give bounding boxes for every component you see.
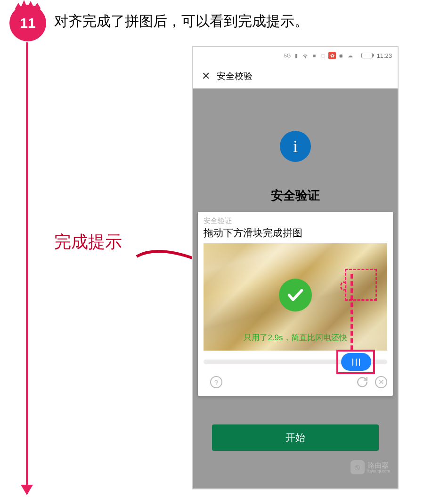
status-bar: 5G ▮ ■ □ ✿ ◉ ☁ 11:23 bbox=[193, 47, 398, 64]
slider-handle[interactable] bbox=[341, 353, 371, 371]
watermark-icon: ⎋ bbox=[351, 460, 365, 474]
puzzle-slot-highlight bbox=[345, 269, 377, 301]
captcha-toolbar: ? ✕ bbox=[204, 375, 387, 389]
sound-icon: ◉ bbox=[337, 52, 345, 59]
step-number: 11 bbox=[20, 15, 35, 31]
watermark-subtitle: luyouqi.com bbox=[367, 469, 390, 473]
close-icon[interactable]: ✕ bbox=[202, 70, 210, 82]
dashed-connector bbox=[351, 274, 353, 350]
captcha-small-label: 安全验证 bbox=[204, 216, 387, 225]
signal-icon: ▮ bbox=[293, 52, 300, 59]
slider-row bbox=[204, 353, 387, 370]
success-message: 只用了2.9s，简直比闪电还快 bbox=[204, 332, 387, 343]
network-5g-icon: 5G bbox=[284, 52, 291, 59]
page-header: ✕ 安全校验 bbox=[193, 64, 398, 88]
close-captcha-icon[interactable]: ✕ bbox=[375, 376, 387, 388]
help-icon[interactable]: ? bbox=[210, 376, 222, 388]
captcha-card: 安全验证 拖动下方滑块完成拼图 只用了2.9s，简直比闪电还快 bbox=[198, 212, 393, 396]
info-icon: i bbox=[280, 131, 311, 162]
page-title: 安全校验 bbox=[217, 70, 253, 82]
cloud-icon: ☁ bbox=[346, 52, 354, 59]
start-button[interactable]: 开始 bbox=[212, 424, 379, 451]
security-heading: 安全验证 bbox=[193, 187, 398, 204]
refresh-icon[interactable] bbox=[356, 376, 368, 388]
wifi-icon bbox=[302, 52, 309, 59]
captcha-instruction: 拖动下方滑块完成拼图 bbox=[204, 226, 387, 240]
step-description: 对齐完成了拼图后，可以看到完成提示。 bbox=[54, 12, 309, 31]
watermark-title: 路由器 bbox=[367, 462, 390, 469]
annotation-label: 完成提示 bbox=[54, 231, 122, 254]
svg-point-1 bbox=[305, 57, 305, 58]
page-content: i 安全验证 安全验证 拖动下方滑块完成拼图 只用了2.9s，简直比闪电还快 bbox=[193, 88, 398, 488]
battery-icon bbox=[361, 53, 373, 58]
watermark: ⎋ 路由器 luyouqi.com bbox=[351, 460, 390, 474]
vertical-flow-arrow bbox=[26, 42, 28, 494]
captcha-image: 只用了2.9s，简直比闪电还快 bbox=[204, 243, 387, 351]
huawei-app-icon: ✿ bbox=[328, 52, 336, 59]
status-time: 11:23 bbox=[376, 52, 392, 59]
video-icon: ■ bbox=[310, 52, 318, 59]
phone-screenshot: 5G ▮ ■ □ ✿ ◉ ☁ 11:23 ✕ 安全校验 i 安全验证 安全验证 … bbox=[192, 46, 399, 489]
square-icon: □ bbox=[319, 52, 327, 59]
success-check-icon bbox=[279, 279, 312, 312]
step-number-badge: 11 bbox=[9, 5, 46, 41]
